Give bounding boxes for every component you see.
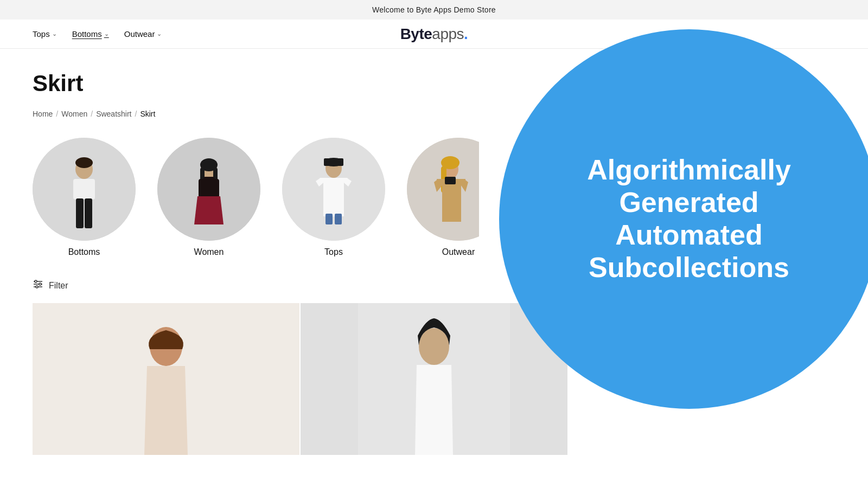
breadcrumb-sep-3: / xyxy=(135,110,137,118)
svg-rect-16 xyxy=(324,158,343,166)
breadcrumb-skirt: Skirt xyxy=(140,110,155,118)
nav-tops[interactable]: Tops ⌄ xyxy=(33,29,57,38)
svg-point-28 xyxy=(39,283,41,285)
collection-women-label: Women xyxy=(194,247,224,257)
collection-outwear-image xyxy=(407,138,510,241)
announcement-bar: Welcome to Byte Apps Demo Store xyxy=(0,0,868,20)
logo-bold: Byte xyxy=(400,25,432,42)
svg-point-29 xyxy=(36,286,38,288)
collection-tops[interactable]: Tops xyxy=(282,138,385,257)
product-card-2[interactable] xyxy=(301,303,567,455)
breadcrumb-women[interactable]: Women xyxy=(61,110,87,118)
collection-women[interactable]: Women xyxy=(157,138,260,257)
svg-point-33 xyxy=(419,328,449,365)
filter-label: Filter xyxy=(49,281,68,291)
svg-rect-23 xyxy=(445,177,456,184)
logo[interactable]: Byteapps. xyxy=(400,25,468,43)
svg-point-27 xyxy=(35,280,37,282)
nav-tops-label: Tops xyxy=(33,29,50,38)
filter-icon xyxy=(33,279,43,292)
nav-outwear-label: Outwear xyxy=(124,29,155,38)
collection-outwear-label: Outwear xyxy=(442,247,475,257)
announcement-text: Welcome to Byte Apps Demo Store xyxy=(372,5,496,14)
promo-text: Algorithmically Generated Automated Subc… xyxy=(553,121,825,316)
main-nav: Tops ⌄ Bottoms ⌄ Outwear ⌄ xyxy=(33,29,162,38)
nav-tops-chevron-icon: ⌄ xyxy=(52,30,57,37)
breadcrumb-sweatshirt[interactable]: Sweatshirt xyxy=(96,110,131,118)
svg-point-2 xyxy=(75,157,93,168)
nav-outwear-chevron-icon: ⌄ xyxy=(157,30,162,37)
svg-rect-4 xyxy=(76,198,84,228)
svg-rect-12 xyxy=(203,177,214,182)
svg-rect-17 xyxy=(326,214,333,224)
promo-circle: Algorithmically Generated Automated Subc… xyxy=(499,29,868,409)
breadcrumb-sep-1: / xyxy=(56,110,58,118)
collection-outwear[interactable]: Outwear xyxy=(407,138,510,257)
logo-light: apps xyxy=(432,25,464,42)
logo-dot: . xyxy=(464,25,468,42)
nav-bottoms[interactable]: Bottoms ⌄ xyxy=(72,29,109,38)
svg-rect-18 xyxy=(335,214,342,224)
collection-tops-image xyxy=(282,138,385,241)
product-card-1[interactable] xyxy=(33,303,299,455)
collection-bottoms[interactable]: Bottoms xyxy=(33,138,136,257)
collection-bottoms-label: Bottoms xyxy=(68,247,100,257)
collection-bottoms-image xyxy=(33,138,136,241)
svg-rect-3 xyxy=(73,179,95,200)
collection-tops-label: Tops xyxy=(324,247,343,257)
collection-women-image xyxy=(157,138,260,241)
main-content: Skirt Home / Women / Sweatshirt / Skirt xyxy=(0,49,868,455)
breadcrumb-sep-2: / xyxy=(91,110,93,118)
nav-bottoms-chevron-icon: ⌄ xyxy=(104,30,109,37)
nav-outwear[interactable]: Outwear ⌄ xyxy=(124,29,162,38)
svg-rect-5 xyxy=(85,198,92,228)
collections-row: Bottoms Women xyxy=(33,138,835,257)
breadcrumb-home[interactable]: Home xyxy=(33,110,53,118)
nav-bottoms-label: Bottoms xyxy=(72,29,102,38)
